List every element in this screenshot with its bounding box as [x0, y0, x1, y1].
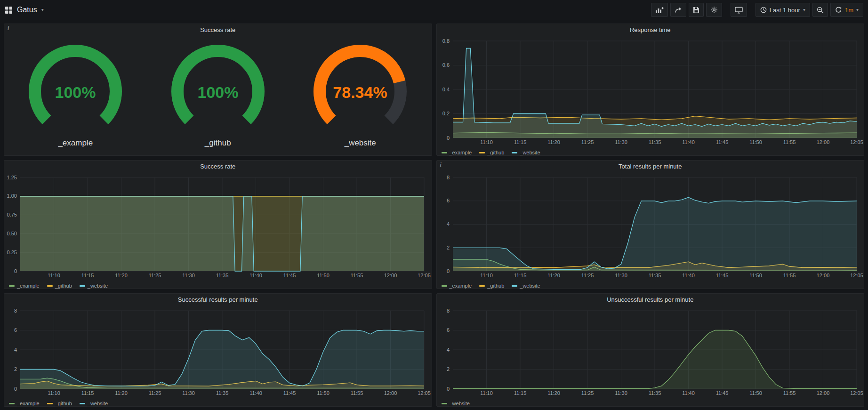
y-axis-tick-label: 2	[446, 245, 449, 250]
legend-series-name: _github	[487, 150, 504, 155]
x-axis-tick-label: 11:10	[480, 273, 493, 278]
save-button[interactable]	[689, 3, 704, 17]
panel-body: 100%_example100%_github78.34%_website	[4, 35, 432, 155]
x-axis-tick-label: 11:30	[615, 139, 627, 145]
panel-title[interactable]: Total results per minute	[619, 163, 682, 170]
legend-series-name: _website	[450, 401, 470, 406]
legend-item-github[interactable]: _github	[479, 283, 504, 289]
panel-title[interactable]: Unsuccessful results per minute	[607, 296, 693, 303]
panel-header: Success rate	[4, 161, 432, 172]
x-axis-tick-label: 11:50	[317, 390, 330, 396]
legend-series-color	[47, 403, 53, 404]
x-axis-tick-label: 12:00	[816, 273, 829, 278]
y-axis-tick-label: 0	[14, 386, 17, 392]
gear-icon	[710, 6, 718, 14]
zoom-out-button[interactable]	[812, 3, 828, 17]
legend-series-name: _website	[520, 283, 540, 289]
y-axis-tick-label: 6	[446, 198, 449, 203]
x-axis-tick-label: 12:00	[384, 273, 397, 278]
panel-body: 00.250.500.751.001.2511:1011:1511:2011:2…	[4, 172, 432, 289]
legend-item-website[interactable]: _website	[80, 401, 108, 406]
share-button[interactable]	[670, 3, 686, 17]
x-axis-tick-label: 11:55	[783, 273, 796, 278]
x-axis-tick-label: 11:20	[115, 390, 128, 396]
legend-series-name: _github	[55, 283, 72, 289]
series-area-website	[20, 330, 424, 389]
panel-title[interactable]: Response time	[630, 26, 671, 33]
tv-mode-button[interactable]	[731, 3, 747, 17]
gauge-arc: 100%	[152, 43, 284, 137]
info-icon[interactable]: i	[8, 25, 9, 32]
dashboard-title[interactable]: Gatus	[17, 6, 37, 14]
panel-title[interactable]: Successful results per minute	[178, 296, 258, 303]
refresh-caret-icon: ▾	[856, 8, 859, 12]
x-axis-tick-label: 11:40	[682, 273, 695, 278]
x-axis-tick-label: 11:50	[317, 273, 330, 278]
legend-item-example[interactable]: _example	[442, 150, 472, 155]
y-axis-tick-label: 4	[446, 347, 449, 353]
x-axis-tick-label: 11:45	[715, 139, 728, 145]
time-range-label: Last 1 hour	[770, 7, 800, 14]
panel-total-results: i Total results per minute 0246811:1011:…	[436, 160, 865, 289]
chart-plot: 00.250.500.751.001.2511:1011:1511:2011:2…	[4, 172, 432, 279]
y-axis-tick-label: 0	[446, 135, 449, 141]
legend-series-name: _website	[88, 283, 108, 289]
x-axis-tick-label: 12:05	[850, 139, 863, 145]
save-icon	[693, 7, 699, 13]
panel-successful-results: Successful results per minute 0246811:10…	[4, 293, 432, 407]
apps-grid-icon[interactable]	[5, 6, 13, 14]
x-axis-tick-label: 11:50	[749, 273, 762, 278]
dashboard-grid: i Success rate 100%_example100%_github78…	[0, 20, 868, 410]
y-axis-tick-label: 6	[14, 327, 17, 333]
settings-button[interactable]	[706, 3, 722, 17]
legend-item-website[interactable]: _website	[512, 150, 540, 155]
x-axis-tick-label: 11:25	[581, 390, 594, 396]
y-axis-tick-label: 0.75	[7, 212, 17, 217]
legend-item-example[interactable]: _example	[442, 283, 472, 289]
legend-item-github[interactable]: _github	[47, 283, 72, 289]
y-axis-tick-label: 0.25	[7, 249, 17, 255]
x-axis-tick-label: 11:35	[648, 390, 661, 396]
refresh-picker[interactable]: 1m ▾	[830, 3, 863, 17]
x-axis-tick-label: 11:25	[149, 390, 161, 396]
add-panel-icon	[655, 7, 664, 14]
chart-plot: 0246811:1011:1511:2011:2511:3011:3511:40…	[4, 305, 432, 397]
y-axis-tick-label: 0.6	[442, 62, 449, 68]
panel-title[interactable]: Success rate	[200, 163, 235, 170]
time-range-caret-icon: ▾	[803, 8, 805, 12]
y-axis-tick-label: 4	[446, 221, 449, 227]
x-axis-tick-label: 11:50	[749, 390, 762, 396]
legend-item-example[interactable]: _example	[9, 283, 40, 289]
x-axis-tick-label: 11:15	[514, 139, 526, 145]
legend-item-github[interactable]: _github	[479, 150, 504, 155]
x-axis-tick-label: 11:10	[48, 273, 60, 278]
chart-legend: _example_github_website	[437, 148, 864, 155]
x-axis-tick-label: 11:30	[615, 390, 627, 396]
legend-series-color	[47, 285, 53, 287]
panel-body: 0246811:1011:1511:2011:2511:3011:3511:40…	[4, 305, 432, 406]
time-range-picker[interactable]: Last 1 hour ▾	[755, 3, 810, 17]
x-axis-tick-label: 11:15	[514, 390, 526, 396]
legend-item-github[interactable]: _github	[47, 401, 72, 406]
y-axis-tick-label: 2	[14, 366, 17, 372]
gauge-label: _example	[58, 138, 93, 148]
panel-body: 0246811:1011:1511:2011:2511:3011:3511:40…	[437, 172, 864, 289]
panel-header: Response time	[437, 24, 864, 35]
legend-item-example[interactable]: _example	[9, 401, 40, 406]
legend-item-website[interactable]: _website	[442, 401, 470, 406]
panel-title[interactable]: Success rate	[200, 26, 235, 33]
x-axis-tick-label: 11:35	[216, 390, 229, 396]
x-axis-tick-label: 11:55	[783, 139, 796, 145]
add-panel-button[interactable]	[651, 3, 668, 17]
dashboard-caret-icon[interactable]: ▾	[41, 8, 44, 12]
legend-item-website[interactable]: _website	[512, 283, 540, 289]
legend-item-website[interactable]: _website	[80, 283, 108, 289]
y-axis-tick-label: 0	[446, 268, 449, 274]
panel-response-time: Response time 00.20.40.60.811:1011:1511:…	[436, 24, 865, 156]
x-axis-tick-label: 12:00	[816, 390, 829, 396]
y-axis-tick-label: 8	[446, 175, 449, 180]
y-axis-tick-label: 0.2	[442, 111, 449, 116]
refresh-icon	[835, 7, 842, 13]
info-icon[interactable]: i	[440, 161, 442, 169]
x-axis-tick-label: 11:45	[283, 273, 296, 278]
